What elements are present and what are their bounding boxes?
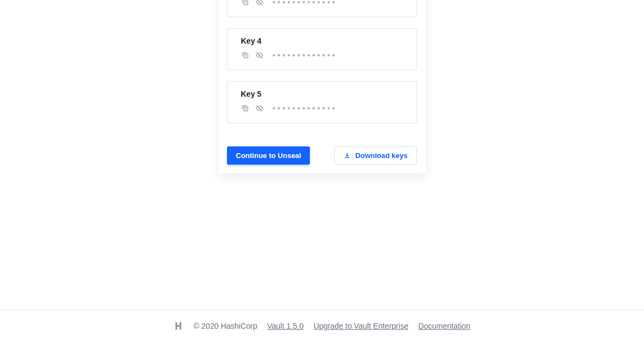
unseal-keys-card: Key 3 Key 4 — [218, 0, 426, 173]
copy-icon[interactable] — [241, 104, 250, 113]
download-keys-label: Download keys — [355, 151, 408, 160]
masked-key-value — [273, 107, 335, 109]
hashicorp-logo-icon — [173, 321, 183, 331]
eye-off-icon[interactable] — [255, 104, 264, 113]
download-keys-button[interactable]: Download keys — [334, 146, 417, 165]
copyright-text: © 2020 HashiCorp — [193, 322, 257, 330]
masked-key-value — [273, 54, 335, 56]
version-link[interactable]: Vault 1.5.0 — [267, 322, 304, 330]
key-label: Key 5 — [241, 90, 403, 98]
eye-off-icon[interactable] — [255, 51, 264, 60]
continue-to-unseal-button[interactable]: Continue to Unseal — [227, 146, 310, 165]
copy-icon[interactable] — [241, 0, 250, 7]
copy-icon[interactable] — [241, 51, 250, 60]
masked-key-value — [273, 1, 335, 3]
documentation-link[interactable]: Documentation — [418, 322, 470, 330]
key-box-5: Key 5 — [227, 81, 417, 123]
key-box-4: Key 4 — [227, 28, 417, 70]
upgrade-link[interactable]: Upgrade to Vault Enterprise — [314, 322, 409, 330]
key-label: Key 4 — [241, 36, 403, 45]
key-box-3: Key 3 — [227, 0, 417, 17]
eye-off-icon[interactable] — [255, 0, 264, 7]
footer: © 2020 HashiCorp Vault 1.5.0 Upgrade to … — [0, 309, 644, 342]
download-icon — [344, 152, 351, 159]
